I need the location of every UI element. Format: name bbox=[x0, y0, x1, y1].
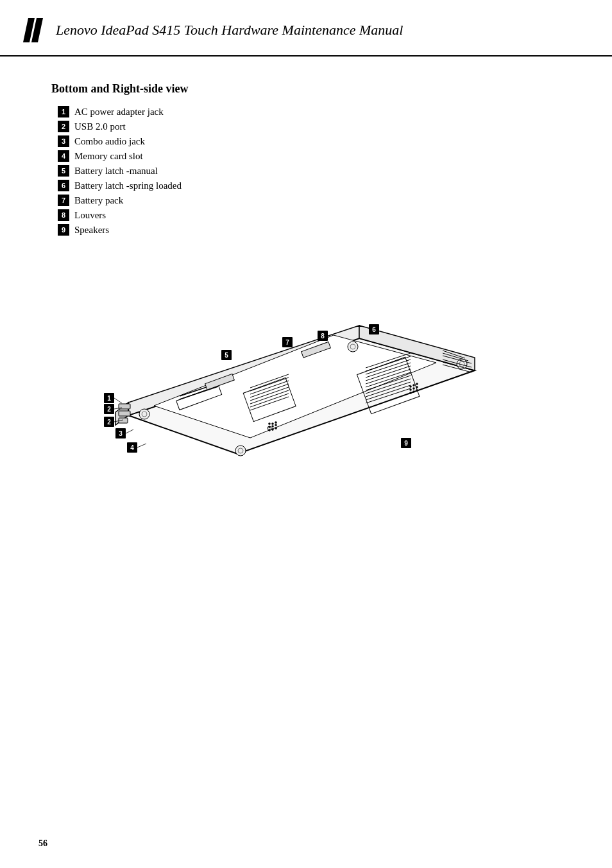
badge-6-diagram: 6 bbox=[369, 324, 379, 334]
list-item: 7Battery pack bbox=[58, 195, 574, 206]
badge-8-diagram: 8 bbox=[318, 331, 328, 341]
item-number-badge: 3 bbox=[58, 135, 69, 147]
svg-rect-58 bbox=[119, 404, 130, 409]
svg-point-29 bbox=[269, 423, 270, 424]
badge-9-diagram: 9 bbox=[401, 438, 411, 448]
diagram-container: 6 8 7 5 1 bbox=[51, 255, 500, 473]
badge-1-diagram: 1 bbox=[104, 393, 122, 403]
logo-marks bbox=[26, 18, 40, 42]
svg-text:9: 9 bbox=[404, 440, 408, 447]
item-label: USB 2.0 port bbox=[74, 121, 126, 132]
svg-point-33 bbox=[272, 426, 273, 427]
svg-text:4: 4 bbox=[130, 444, 134, 451]
item-number-badge: 9 bbox=[58, 224, 69, 236]
list-item: 9Speakers bbox=[58, 224, 574, 236]
page-header: Lenovo IdeaPad S415 Touch Hardware Maint… bbox=[0, 0, 612, 56]
badge-3-diagram: 3 bbox=[115, 428, 133, 438]
svg-line-88 bbox=[126, 430, 133, 433]
list-item: 2USB 2.0 port bbox=[58, 121, 574, 132]
svg-point-44 bbox=[410, 392, 411, 394]
svg-point-45 bbox=[413, 391, 414, 392]
svg-text:2: 2 bbox=[107, 406, 111, 413]
list-item: 5Battery latch -manual bbox=[58, 165, 574, 177]
svg-point-42 bbox=[413, 388, 414, 389]
page-number: 56 bbox=[38, 838, 47, 848]
list-item: 3Combo audio jack bbox=[58, 135, 574, 147]
svg-point-46 bbox=[416, 390, 418, 391]
badge-4-diagram: 4 bbox=[127, 442, 146, 453]
svg-point-35 bbox=[269, 430, 270, 431]
item-label: Combo audio jack bbox=[74, 136, 145, 147]
svg-point-41 bbox=[410, 389, 411, 390]
item-label: Speakers bbox=[74, 225, 109, 236]
list-item: 8Louvers bbox=[58, 209, 574, 221]
svg-point-32 bbox=[269, 426, 270, 428]
item-label: Memory card slot bbox=[74, 151, 143, 162]
document-title: Lenovo IdeaPad S415 Touch Hardware Maint… bbox=[56, 22, 403, 39]
item-label: Louvers bbox=[74, 210, 106, 221]
svg-text:8: 8 bbox=[321, 333, 325, 340]
list-item: 1AC power adapter jack bbox=[58, 106, 574, 117]
svg-point-31 bbox=[275, 422, 276, 423]
page-footer: 56 bbox=[38, 838, 47, 849]
svg-point-34 bbox=[275, 424, 276, 426]
svg-text:7: 7 bbox=[285, 339, 289, 346]
item-label: Battery latch -spring loaded bbox=[74, 180, 182, 191]
svg-text:1: 1 bbox=[107, 395, 111, 402]
svg-line-79 bbox=[114, 398, 122, 403]
item-number-badge: 4 bbox=[58, 150, 69, 162]
laptop-diagram: 6 8 7 5 1 bbox=[51, 255, 500, 473]
item-number-badge: 1 bbox=[58, 106, 69, 117]
list-item: 6Battery latch -spring loaded bbox=[58, 180, 574, 191]
svg-point-39 bbox=[413, 385, 414, 386]
components-list: 1AC power adapter jack2USB 2.0 port3Comb… bbox=[58, 106, 574, 236]
badge-7-diagram: 7 bbox=[282, 337, 293, 347]
item-number-badge: 8 bbox=[58, 209, 69, 221]
svg-text:6: 6 bbox=[372, 326, 376, 333]
svg-point-47 bbox=[139, 409, 149, 419]
svg-point-49 bbox=[348, 342, 358, 352]
svg-text:2: 2 bbox=[107, 419, 111, 426]
svg-point-36 bbox=[272, 429, 273, 430]
item-label: Battery pack bbox=[74, 195, 123, 206]
svg-text:3: 3 bbox=[119, 430, 123, 437]
lenovo-logo bbox=[26, 18, 46, 42]
svg-point-37 bbox=[275, 428, 276, 429]
list-item: 4Memory card slot bbox=[58, 150, 574, 162]
item-number-badge: 2 bbox=[58, 121, 69, 132]
svg-text:5: 5 bbox=[225, 352, 228, 359]
svg-point-40 bbox=[416, 383, 418, 385]
svg-point-53 bbox=[235, 446, 246, 456]
svg-rect-59 bbox=[119, 411, 130, 416]
svg-point-38 bbox=[410, 386, 411, 387]
svg-point-30 bbox=[272, 423, 273, 424]
main-content: Bottom and Right-side view 1AC power ada… bbox=[0, 63, 612, 499]
badge-5-diagram: 5 bbox=[221, 350, 232, 360]
svg-line-91 bbox=[137, 444, 146, 447]
item-number-badge: 7 bbox=[58, 195, 69, 206]
item-number-badge: 5 bbox=[58, 165, 69, 177]
item-number-badge: 6 bbox=[58, 180, 69, 191]
svg-point-43 bbox=[416, 386, 418, 388]
item-label: AC power adapter jack bbox=[74, 107, 164, 117]
item-label: Battery latch -manual bbox=[74, 166, 158, 177]
section-title: Bottom and Right-side view bbox=[51, 82, 574, 96]
